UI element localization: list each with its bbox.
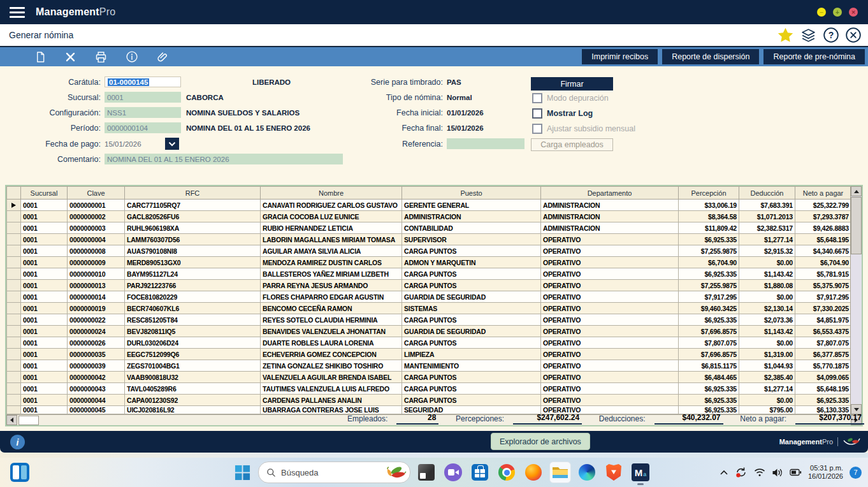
table-row[interactable]: 00010000000026DURL030206D24DUARTE ROBLES…	[7, 337, 851, 349]
file-explorer-icon[interactable]	[549, 462, 571, 483]
row-selector[interactable]	[7, 268, 21, 280]
scroll-up-button[interactable]	[851, 186, 862, 196]
table-row[interactable]: 00010000000035EEGC7512099Q6ECHEVERRIA GO…	[7, 349, 851, 360]
table-row[interactable]: 00010000000022RESC851205T84REYES SOTELO …	[7, 314, 851, 326]
row-selector[interactable]	[7, 349, 21, 360]
scroll-left-button[interactable]	[6, 415, 17, 425]
footer-info-icon[interactable]: i	[10, 435, 25, 449]
row-selector[interactable]	[7, 326, 21, 337]
row-selector[interactable]	[7, 222, 21, 234]
widgets-icon[interactable]	[10, 463, 29, 482]
column-header[interactable]: Deducción	[739, 187, 795, 200]
table-row[interactable]: 00010000000009MERD890513GX0MENDOZA RAMIR…	[7, 257, 851, 268]
toolbar-report-button[interactable]: Reporte de pre-nómina	[763, 49, 865, 64]
clock[interactable]: 05:31 p.m. 16/01/2026	[808, 464, 843, 481]
favorite-star-icon[interactable]	[777, 27, 794, 44]
table-row[interactable]: 00010000000014FOCE810820229FLORES CHAPAR…	[7, 291, 851, 303]
table-row[interactable]: 00010000000008AUAS790108NI8AGUILAR AMAYA…	[7, 245, 851, 257]
vertical-scroll-thumb[interactable]	[851, 197, 862, 254]
search-input[interactable]: Búsqueda	[258, 462, 410, 483]
maximize-button[interactable]	[833, 8, 842, 17]
meet-app-icon[interactable]	[442, 462, 464, 483]
attachment-clip-icon[interactable]	[156, 50, 169, 64]
row-selector[interactable]	[7, 211, 21, 222]
row-selector[interactable]	[7, 280, 21, 291]
close-page-icon[interactable]	[845, 27, 862, 43]
layers-icon[interactable]	[800, 27, 817, 43]
comentario-input[interactable]: NOMINA DEL 01 AL 15 ENERO 2026	[105, 154, 343, 164]
row-selector[interactable]	[7, 360, 21, 372]
row-selector[interactable]	[7, 314, 21, 326]
table-row[interactable]: 00010000000010BAYM951127L24BALLESTEROS Y…	[7, 268, 851, 280]
column-header[interactable]: Sucursal	[21, 187, 68, 200]
referencia-input[interactable]	[447, 138, 524, 149]
fecha-pago-dropdown[interactable]	[165, 138, 179, 150]
menu-icon[interactable]	[10, 7, 25, 18]
volume-icon[interactable]	[772, 468, 783, 477]
edge-icon[interactable]	[576, 462, 598, 483]
chrome-icon[interactable]	[496, 462, 517, 483]
file-explorer-button[interactable]: Explorador de archivos	[491, 433, 590, 450]
minimize-button[interactable]	[817, 8, 826, 17]
row-selector[interactable]	[7, 245, 21, 257]
toolbar-report-button[interactable]: Imprimir recibos	[582, 49, 658, 64]
table-row[interactable]: 00010000000004LAMM760307D56LABORIN MAGAL…	[7, 234, 851, 245]
column-header[interactable]: RFC	[125, 187, 261, 200]
column-header[interactable]: Percepción	[679, 187, 739, 200]
table-row[interactable]: 00010000000003RUHL9606198XARUBIO HERNAND…	[7, 222, 851, 234]
brave-icon[interactable]	[603, 462, 625, 483]
microsoft-store-icon[interactable]	[469, 462, 491, 483]
periodo-input[interactable]: 0000000104	[105, 122, 181, 133]
configuracion-input[interactable]: NSS1	[105, 107, 181, 118]
column-header[interactable]: Neto a pagar	[795, 187, 851, 200]
row-selector[interactable]	[7, 257, 21, 268]
table-row[interactable]: 00010000000024BEVJ820811IQ5BENAVIDES VAL…	[7, 326, 851, 337]
row-selector[interactable]	[7, 291, 21, 303]
wifi-icon[interactable]	[754, 468, 765, 477]
column-header[interactable]: Puesto	[402, 187, 541, 200]
checkbox-row[interactable]: Mostrar Log	[532, 108, 593, 119]
new-document-icon[interactable]	[34, 50, 47, 64]
carga-empleados-button[interactable]: Carga empleados	[531, 138, 613, 151]
managementpro-app-icon[interactable]: Ma	[630, 462, 651, 483]
row-selector[interactable]	[7, 200, 21, 211]
row-selector[interactable]	[7, 406, 21, 414]
fecha-pago-value[interactable]: 15/01/2026	[105, 140, 165, 148]
table-row[interactable]: 00010000000043TAVL0405289R6TAUTIMES VALE…	[7, 383, 851, 395]
row-selector[interactable]	[7, 395, 21, 406]
vertical-scrollbar[interactable]	[850, 186, 862, 414]
horizontal-scroll-thumb[interactable]	[18, 416, 39, 425]
table-row[interactable]: 00010000000042VAAB900818U32VALENZUELA AG…	[7, 372, 851, 383]
row-selector[interactable]	[7, 383, 21, 395]
table-row[interactable]: 00010000000013PARJ921223766PARRA REYNA J…	[7, 280, 851, 291]
caratula-input[interactable]: 01-0000145	[105, 76, 181, 87]
firmar-button[interactable]: Firmar	[531, 77, 613, 91]
table-row[interactable]: 00010000000001CARC771105RQ7CANAVATI RODR…	[7, 200, 851, 211]
row-selector[interactable]	[7, 337, 21, 349]
info-icon[interactable]	[126, 50, 138, 63]
column-header[interactable]: Departamento	[541, 187, 679, 200]
terminal-app-icon[interactable]	[416, 462, 437, 483]
toolbar-report-button[interactable]: Reporte de dispersión	[662, 49, 759, 64]
sucursal-input[interactable]: 0001	[105, 92, 181, 103]
column-header[interactable]: Clave	[68, 187, 125, 200]
delete-x-icon[interactable]	[64, 51, 76, 63]
help-icon[interactable]: ?	[823, 27, 839, 43]
start-button[interactable]	[231, 462, 253, 483]
table-row[interactable]: 00010000000039ZEGS701004BG1ZETINA GONZAL…	[7, 360, 851, 372]
close-window-button[interactable]	[849, 8, 858, 17]
column-header[interactable]: Nombre	[261, 187, 402, 200]
row-selector[interactable]	[7, 372, 21, 383]
sync-alert-icon[interactable]	[735, 467, 748, 478]
firefox-icon[interactable]	[523, 462, 544, 483]
notification-badge[interactable]: 7	[850, 467, 862, 479]
table-row[interactable]: 00010000000002GACL820526FU6GRACIA COCOBA…	[7, 211, 851, 222]
row-selector[interactable]	[7, 303, 21, 314]
row-selector[interactable]	[7, 234, 21, 245]
table-row[interactable]: 00010000000044CAPA001230S92CARDENAS PALL…	[7, 395, 851, 406]
battery-icon[interactable]	[790, 469, 802, 476]
print-icon[interactable]	[94, 50, 108, 64]
tray-chevron-icon[interactable]	[720, 469, 728, 476]
checkbox-icon[interactable]	[532, 108, 542, 119]
table-row[interactable]: 00010000000019BECR740607KL6BENCOMO CECEÑ…	[7, 303, 851, 314]
